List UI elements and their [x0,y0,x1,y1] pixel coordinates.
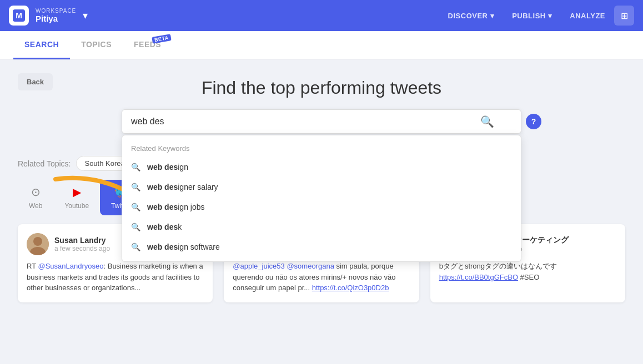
search-icon: 🔍 [480,115,494,128]
dropdown-item-1[interactable]: 🔍 web design [122,157,521,177]
svg-point-2 [33,237,42,246]
related-topics-label: Related Topics: [18,159,71,168]
dropdown-item-3[interactable]: 🔍 web design jobs [122,197,521,217]
keyword-5: web design software [147,242,220,251]
workspace-info: WORKSPACE Pitiya [36,8,76,23]
web-icon: ⊙ [31,185,41,199]
logo-icon: M [13,9,25,22]
help-icon[interactable]: ? [526,114,541,129]
keyword-2: web designer salary [147,183,218,191]
header-extra-btn[interactable]: ⊞ [614,6,634,26]
workspace-label: WORKSPACE [36,8,76,14]
nav-discover[interactable]: DISCOVER ▾ [448,12,495,20]
grid-icon: ⊞ [621,11,628,21]
search-area: Find the top performing tweets 🔍 ? Relat… [18,73,625,134]
sub-nav: SEARCH TOPICS FEEDS BETA [0,31,643,60]
search-small-icon-2: 🔍 [131,183,140,191]
search-small-icon-3: 🔍 [131,203,140,211]
search-input[interactable] [122,110,521,133]
dropdown-item-5[interactable]: 🔍 web design software [122,237,521,257]
dropdown-item-2[interactable]: 🔍 web designer salary [122,177,521,197]
keyword-1: web design [147,163,188,171]
header-nav: DISCOVER ▾ PUBLISH ▾ ANALYZE [448,12,605,20]
beta-badge: BETA [152,34,172,44]
card-text-3: bタグとstrongタグの違いはなんです https://t.co/BB0tgG… [439,261,616,282]
search-small-icon-4: 🔍 [131,223,140,231]
card-text-1: RT @SusanLandryoseo: Business marketing … [27,261,204,294]
header: M WORKSPACE Pitiya ▾ DISCOVER ▾ PUBLISH … [0,0,643,31]
main-content: Back Find the top performing tweets 🔍 ? [0,60,643,147]
tab-topics[interactable]: TOPICS [70,31,123,59]
search-bar-wrapper: 🔍 [122,109,521,134]
source-tab-web[interactable]: ⊙ Web [18,180,53,215]
keyword-3: web design jobs [147,203,205,211]
workspace-dropdown-btn[interactable]: ▾ [81,7,90,24]
nav-analyze[interactable]: ANALYZE [570,12,605,20]
search-small-icon: 🔍 [131,163,140,171]
workspace-name: Pitiya [36,14,76,23]
search-bar-container: 🔍 ? Related Keywords 🔍 web design 🔍 web … [122,109,521,134]
tab-search[interactable]: SEARCH [13,31,70,59]
avatar-1 [27,233,49,255]
search-small-icon-5: 🔍 [131,242,140,251]
dropdown-header: Related Keywords [122,140,521,157]
web-label: Web [29,202,42,210]
search-title: Find the top performing tweets [202,78,441,98]
nav-publish[interactable]: PUBLISH ▾ [512,12,552,20]
search-dropdown: Related Keywords 🔍 web design 🔍 web desi… [122,135,521,262]
card-text-2: @apple_juice53 @someorgana sim paula, po… [233,261,410,294]
search-submit-button[interactable]: 🔍 [476,110,499,133]
app-logo: M [9,6,29,26]
back-button[interactable]: Back [18,73,53,90]
keyword-4: web desk [147,223,182,231]
dropdown-item-4[interactable]: 🔍 web desk [122,217,521,237]
tab-feeds[interactable]: FEEDS BETA [123,31,172,59]
